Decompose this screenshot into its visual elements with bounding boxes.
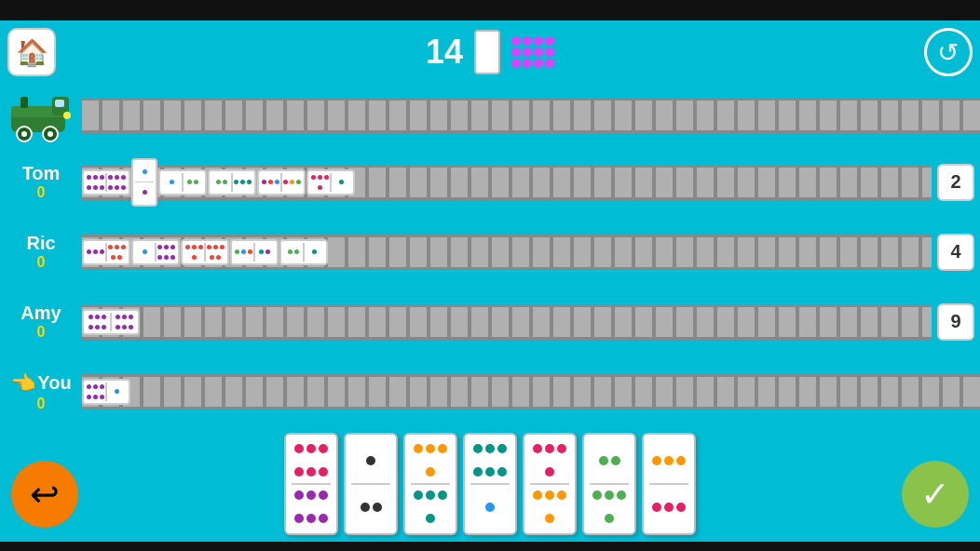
domino-tile[interactable] bbox=[279, 239, 328, 265]
hand-domino-3[interactable] bbox=[403, 433, 457, 535]
pip bbox=[122, 325, 127, 329]
hand-domino-5[interactable] bbox=[523, 433, 577, 535]
player-name-you: You bbox=[37, 372, 71, 394]
pip bbox=[605, 514, 614, 523]
domino-tile[interactable] bbox=[257, 169, 306, 195]
pip bbox=[324, 175, 329, 180]
pip bbox=[373, 503, 382, 512]
pip bbox=[318, 175, 322, 180]
player-name-tom: Tom bbox=[0, 163, 82, 184]
domino-half bbox=[234, 243, 253, 262]
domino-tile[interactable] bbox=[181, 239, 229, 265]
pip bbox=[485, 503, 495, 512]
pip bbox=[157, 255, 162, 260]
undo-icon: ↩ bbox=[30, 474, 60, 515]
you-label-row: 👈 You bbox=[0, 371, 82, 396]
pip bbox=[676, 503, 686, 512]
pip bbox=[235, 249, 239, 254]
pip bbox=[115, 185, 119, 190]
pip bbox=[426, 467, 435, 477]
pip bbox=[275, 180, 279, 184]
pip bbox=[652, 503, 661, 512]
player-name-ric: Ric bbox=[0, 233, 82, 254]
domino-half bbox=[135, 243, 155, 262]
rail-track-you bbox=[82, 374, 980, 410]
hand-half bbox=[528, 438, 571, 483]
domino-tile[interactable] bbox=[158, 169, 207, 195]
domino-tile[interactable] bbox=[131, 239, 180, 265]
pip bbox=[223, 180, 227, 184]
pip bbox=[652, 456, 661, 465]
pip bbox=[108, 245, 113, 249]
pip bbox=[170, 255, 175, 260]
pip bbox=[93, 249, 98, 254]
domino-tile[interactable] bbox=[131, 158, 157, 207]
hand-half bbox=[290, 438, 333, 483]
train-row bbox=[0, 84, 980, 147]
hand-domino-4[interactable] bbox=[463, 433, 517, 535]
refresh-button[interactable]: ↺ bbox=[924, 28, 973, 76]
hand-domino-1[interactable] bbox=[284, 433, 338, 535]
domino-half bbox=[310, 173, 330, 192]
rail-track-0 bbox=[82, 98, 980, 133]
pip bbox=[426, 491, 435, 500]
hand-domino-7[interactable] bbox=[642, 433, 696, 535]
pip bbox=[108, 175, 113, 180]
domino-half bbox=[305, 243, 324, 262]
domino-tile[interactable] bbox=[230, 239, 279, 265]
pip bbox=[361, 503, 370, 512]
train-svg bbox=[4, 87, 78, 143]
domino-tile[interactable] bbox=[82, 169, 130, 195]
main-score: 14 bbox=[426, 33, 463, 72]
hand-domino-6[interactable] bbox=[582, 433, 636, 535]
hand-half bbox=[528, 485, 571, 530]
pip bbox=[319, 514, 328, 523]
domino-tile[interactable] bbox=[306, 169, 355, 195]
domino-tile[interactable] bbox=[82, 239, 130, 265]
pip bbox=[426, 514, 435, 523]
hand-half bbox=[409, 485, 452, 530]
domino-half bbox=[206, 243, 225, 262]
pip bbox=[117, 255, 122, 260]
confirm-button[interactable]: ✓ bbox=[902, 461, 969, 528]
pip bbox=[511, 47, 521, 57]
pip bbox=[234, 180, 238, 184]
svg-point-8 bbox=[48, 131, 53, 137]
pip bbox=[247, 180, 252, 184]
undo-button[interactable]: ↩ bbox=[11, 461, 78, 528]
pip bbox=[497, 444, 507, 453]
pip bbox=[121, 175, 126, 180]
pip bbox=[143, 249, 147, 254]
svg-point-9 bbox=[63, 112, 71, 119]
pip bbox=[115, 389, 119, 394]
you-dominoes bbox=[82, 379, 130, 405]
pip bbox=[523, 47, 532, 57]
pip bbox=[605, 491, 614, 500]
hand-tiles bbox=[284, 433, 696, 535]
pip bbox=[100, 175, 104, 180]
train-track bbox=[82, 84, 980, 147]
pip bbox=[485, 467, 495, 477]
hand-domino-2[interactable] bbox=[344, 433, 398, 535]
pip bbox=[213, 245, 218, 249]
domino-half bbox=[115, 313, 135, 331]
score-badge-tom: 2 bbox=[937, 164, 974, 201]
pip bbox=[306, 467, 316, 477]
domino-half bbox=[283, 243, 303, 262]
pip bbox=[102, 315, 106, 319]
pip bbox=[93, 175, 98, 180]
pip bbox=[87, 185, 91, 190]
home-button[interactable]: 🏠 bbox=[7, 28, 56, 76]
domino-tile[interactable] bbox=[82, 379, 130, 405]
pip bbox=[414, 491, 423, 500]
pip bbox=[268, 180, 273, 184]
pip bbox=[319, 444, 328, 453]
pip bbox=[473, 467, 483, 477]
domino-tile[interactable] bbox=[208, 169, 256, 195]
pip bbox=[664, 503, 674, 512]
pip bbox=[534, 36, 543, 46]
domino-tile[interactable] bbox=[82, 309, 140, 335]
pip bbox=[294, 491, 304, 500]
pip bbox=[306, 444, 316, 453]
hand-half bbox=[588, 438, 631, 483]
